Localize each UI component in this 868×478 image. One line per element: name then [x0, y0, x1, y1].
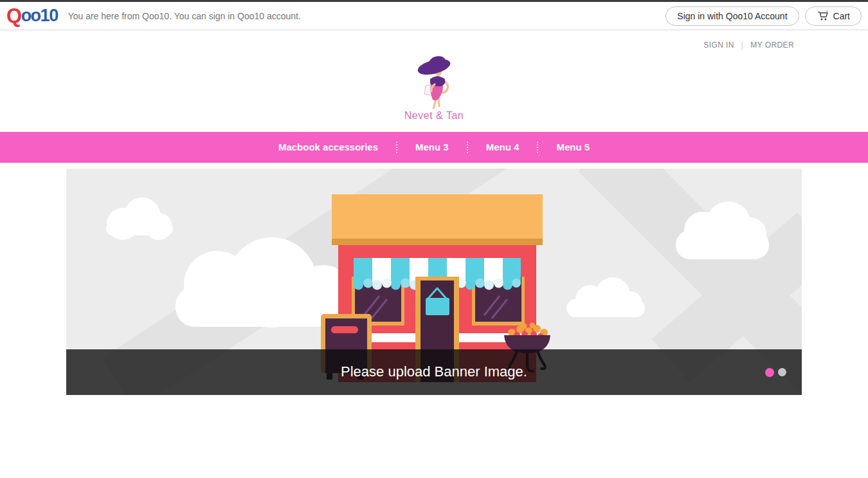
- shop-logo-woman-icon: [406, 55, 462, 109]
- qoo10-topbar: Qoo10 You are here from Qoo10. You can s…: [0, 2, 868, 30]
- nav-item-menu-3[interactable]: Menu 3: [397, 132, 467, 163]
- my-order-link[interactable]: MY ORDER: [750, 41, 794, 50]
- signin-qoo10-button-label: Sign in with Qoo10 Account: [677, 11, 787, 21]
- cart-button[interactable]: Cart: [805, 6, 862, 26]
- qoo10-logo-rest: oo10: [21, 7, 58, 24]
- signin-qoo10-button[interactable]: Sign in with Qoo10 Account: [665, 6, 799, 26]
- qoo10-logo-q: Q: [6, 6, 21, 26]
- main-nav: Macbook accessories Menu 3 Menu 4 Menu 5: [0, 132, 868, 163]
- banner-placeholder-text: Please upload Banner Image.: [66, 349, 802, 395]
- banner-overlay: Please upload Banner Image.: [66, 349, 802, 395]
- carousel-dot-1[interactable]: [765, 368, 774, 377]
- nav-item-menu-4[interactable]: Menu 4: [468, 132, 538, 163]
- nav-item-macbook-accessories[interactable]: Macbook accessories: [260, 132, 396, 163]
- carousel-dot-2[interactable]: [778, 368, 786, 376]
- topbar-message: You are here from Qoo10. You can sign in…: [68, 11, 301, 21]
- cart-icon: [817, 10, 829, 22]
- account-bar: SIGN IN | MY ORDER: [66, 30, 802, 51]
- sign-in-link[interactable]: SIGN IN: [703, 41, 734, 50]
- topbar-actions: Sign in with Qoo10 Account Cart: [665, 6, 862, 26]
- carousel-dots: [765, 368, 786, 377]
- page: Qoo10 You are here from Qoo10. You can s…: [0, 0, 868, 478]
- account-divider: |: [741, 41, 744, 50]
- cart-button-label: Cart: [833, 11, 850, 21]
- qoo10-logo[interactable]: Qoo10: [6, 6, 58, 26]
- shop-logo[interactable]: Nevet & Tan: [0, 51, 868, 132]
- nav-item-menu-5[interactable]: Menu 5: [538, 132, 608, 163]
- banner-carousel: Please upload Banner Image.: [66, 169, 802, 395]
- shop-name: Nevet & Tan: [0, 110, 868, 122]
